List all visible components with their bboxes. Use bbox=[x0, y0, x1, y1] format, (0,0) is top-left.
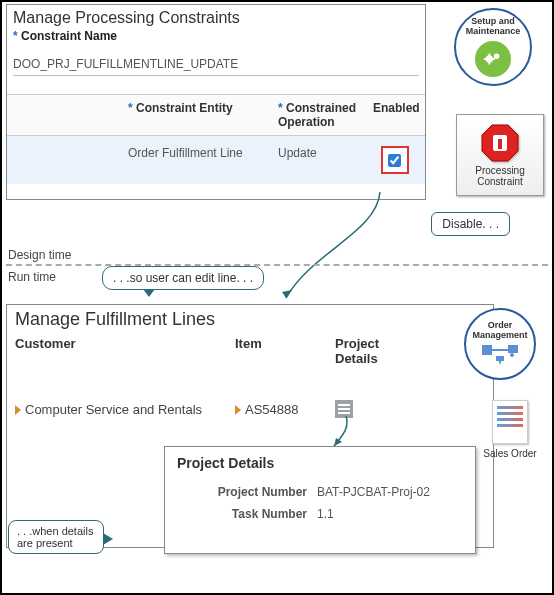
project-details-icon[interactable] bbox=[335, 400, 353, 418]
popup-title: Project Details bbox=[177, 455, 463, 471]
task-number-value: 1.1 bbox=[317, 507, 334, 521]
svg-rect-10 bbox=[508, 345, 518, 353]
fulfillment-row[interactable]: Computer Service and Rentals AS54888 bbox=[15, 400, 485, 418]
project-details-popup: Project Details Project Number BAT-PJCBA… bbox=[164, 446, 476, 554]
col-project-details: Project Details bbox=[335, 336, 405, 366]
sales-order-tile[interactable]: Sales Order bbox=[482, 400, 538, 459]
enabled-highlight bbox=[381, 146, 409, 174]
col-constraint-entity: Constraint Entity bbox=[122, 95, 272, 135]
constraint-name-value: DOO_PRJ_FULFILLMENTLINE_UPDATE bbox=[13, 57, 419, 76]
project-number-label: Project Number bbox=[177, 485, 317, 499]
arrow-checkbox-to-line bbox=[282, 192, 402, 312]
project-number-value: BAT-PJCBAT-Proj-02 bbox=[317, 485, 430, 499]
col-enabled: Enabled bbox=[367, 95, 422, 135]
fulfillment-title: Manage Fulfillment Lines bbox=[15, 309, 485, 330]
page-title: Manage Processing Constraints bbox=[13, 9, 419, 27]
expand-icon[interactable] bbox=[15, 405, 21, 415]
svg-point-11 bbox=[510, 353, 514, 357]
col-customer: Customer bbox=[15, 336, 235, 366]
svg-rect-6 bbox=[498, 139, 502, 149]
order-management-icon bbox=[480, 341, 520, 367]
col-item: Item bbox=[235, 336, 335, 366]
svg-rect-9 bbox=[482, 345, 492, 355]
setup-maintenance-badge: Setup and Maintenance bbox=[454, 8, 532, 86]
cell-entity: Order Fulfillment Line bbox=[122, 136, 272, 184]
svg-rect-13 bbox=[496, 356, 504, 361]
fulfillment-columns: Customer Item Project Details bbox=[15, 336, 485, 366]
col-constrained-operation: Constrained Operation bbox=[272, 95, 367, 135]
cell-customer: Computer Service and Rentals bbox=[25, 402, 202, 417]
sales-order-label: Sales Order bbox=[482, 448, 538, 459]
user-edit-callout: . . .so user can edit line. . . bbox=[102, 266, 264, 290]
stop-sign-icon bbox=[480, 123, 520, 163]
order-management-badge: Order Management bbox=[464, 308, 536, 380]
constraints-panel: Manage Processing Constraints Constraint… bbox=[6, 4, 426, 200]
constraint-name-label: Constraint Name bbox=[13, 29, 419, 43]
document-icon bbox=[492, 400, 528, 444]
cell-operation: Update bbox=[272, 136, 367, 184]
phase-divider bbox=[6, 264, 548, 266]
expand-icon[interactable] bbox=[235, 405, 241, 415]
details-present-callout: . . .when details are present bbox=[8, 520, 104, 554]
constraint-row[interactable]: Order Fulfillment Line Update bbox=[7, 136, 425, 184]
run-time-label: Run time bbox=[8, 270, 56, 284]
design-time-label: Design time bbox=[8, 248, 71, 262]
processing-constraint-tile[interactable]: Processing Constraint bbox=[456, 114, 544, 196]
svg-marker-7 bbox=[282, 290, 292, 298]
processing-constraint-label: Processing Constraint bbox=[457, 165, 543, 187]
task-number-label: Task Number bbox=[177, 507, 317, 521]
cell-item: AS54888 bbox=[245, 402, 299, 417]
disable-callout: Disable. . . bbox=[431, 212, 510, 236]
grid-header: Constraint Entity Constrained Operation … bbox=[7, 94, 425, 136]
gears-icon bbox=[475, 41, 511, 77]
setup-maintenance-label: Setup and Maintenance bbox=[456, 17, 530, 37]
enabled-checkbox[interactable] bbox=[388, 154, 401, 167]
order-management-label: Order Management bbox=[466, 321, 534, 341]
